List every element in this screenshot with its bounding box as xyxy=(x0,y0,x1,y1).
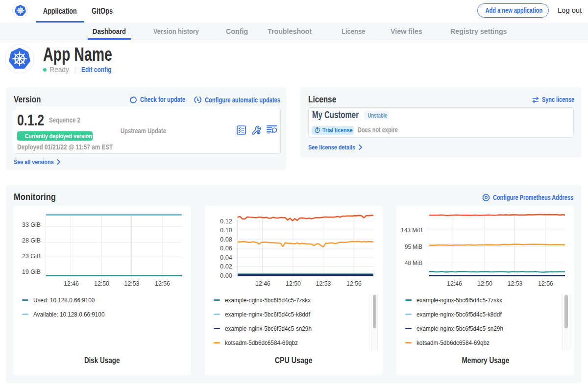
svg-text:143 MiB: 143 MiB xyxy=(401,226,422,234)
svg-text:0.08: 0.08 xyxy=(220,236,232,243)
svg-text:95 MiB: 95 MiB xyxy=(405,243,422,250)
svg-text:12:50: 12:50 xyxy=(286,280,301,287)
svg-text:28 GiB: 28 GiB xyxy=(22,237,41,244)
svg-text:0.02: 0.02 xyxy=(220,263,232,270)
svg-text:12:50: 12:50 xyxy=(477,280,492,287)
svg-text:33 GiB: 33 GiB xyxy=(22,221,41,228)
svg-text:0.10: 0.10 xyxy=(220,226,232,234)
svg-text:23 GiB: 23 GiB xyxy=(22,252,41,260)
svg-text:12:50: 12:50 xyxy=(94,280,109,287)
svg-text:12:56: 12:56 xyxy=(538,280,553,287)
svg-text:12:46: 12:46 xyxy=(64,280,79,287)
svg-text:0.00: 0.00 xyxy=(220,272,232,279)
svg-text:0.12: 0.12 xyxy=(220,218,232,225)
svg-text:48 MiB: 48 MiB xyxy=(405,259,422,267)
svg-text:12:53: 12:53 xyxy=(316,280,331,287)
svg-text:12:46: 12:46 xyxy=(255,280,270,287)
svg-text:12:56: 12:56 xyxy=(346,280,362,287)
svg-text:12:53: 12:53 xyxy=(124,280,140,287)
svg-text:19 GiB: 19 GiB xyxy=(22,268,41,275)
svg-text:12:46: 12:46 xyxy=(447,280,462,287)
svg-text:12:56: 12:56 xyxy=(155,280,170,287)
svg-text:12:53: 12:53 xyxy=(508,280,523,287)
svg-text:0.06: 0.06 xyxy=(220,244,232,252)
svg-text:0.04: 0.04 xyxy=(220,254,232,261)
